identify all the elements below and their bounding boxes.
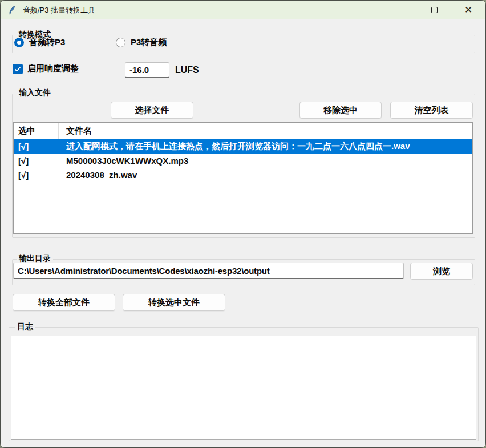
close-icon: ✕ bbox=[464, 4, 472, 16]
output-path-input[interactable] bbox=[13, 263, 404, 279]
convert-selected-button[interactable]: 转换选中文件 bbox=[123, 294, 225, 311]
feather-app-icon bbox=[8, 6, 17, 15]
minimize-icon bbox=[398, 10, 405, 10]
radio-audio-to-p3-label: 音频转P3 bbox=[29, 37, 65, 48]
row-checked-mark: [√] bbox=[14, 170, 59, 180]
clear-list-button[interactable]: 清空列表 bbox=[390, 102, 473, 119]
radio-selected-icon bbox=[14, 38, 24, 47]
column-header-filename[interactable]: 文件名 bbox=[59, 126, 472, 136]
window-title: 音频/P3 批量转换工具 bbox=[23, 5, 95, 15]
loudness-checkbox-row[interactable]: 启用响度调整 bbox=[13, 63, 79, 74]
file-list-table[interactable]: 选中 文件名 [√] 进入配网模式，请在手机上连接热点，然后打开浏览器访问：一九… bbox=[13, 122, 473, 234]
input-files-group-label: 输入文件 bbox=[17, 87, 53, 98]
minimize-button[interactable] bbox=[388, 1, 415, 19]
column-header-checked[interactable]: 选中 bbox=[14, 123, 59, 139]
row-filename: 进入配网模式，请在手机上连接热点，然后打开浏览器访问：一九二点一六八点四点一.w… bbox=[59, 141, 472, 152]
mode-groupbox bbox=[12, 35, 475, 53]
lufs-value-input[interactable] bbox=[125, 62, 169, 78]
browse-button[interactable]: 浏览 bbox=[410, 263, 473, 280]
table-row[interactable]: [√] 20240308_zh.wav bbox=[14, 168, 472, 182]
file-table-header[interactable]: 选中 文件名 bbox=[14, 123, 472, 139]
convert-all-button[interactable]: 转换全部文件 bbox=[13, 294, 115, 311]
log-group-label: 日志 bbox=[15, 321, 35, 332]
loudness-checkbox-label: 启用响度调整 bbox=[27, 63, 79, 74]
row-checked-mark: [√] bbox=[14, 156, 59, 166]
maximize-button[interactable] bbox=[421, 1, 447, 19]
radio-p3-to-audio[interactable]: P3转音频 bbox=[116, 37, 167, 48]
row-checked-mark: [√] bbox=[14, 142, 59, 151]
lufs-unit-label: LUFS bbox=[175, 65, 199, 75]
row-filename: 20240308_zh.wav bbox=[59, 170, 472, 180]
radio-audio-to-p3[interactable]: 音频转P3 bbox=[14, 37, 65, 48]
remove-selected-button[interactable]: 移除选中 bbox=[299, 102, 382, 119]
checkbox-checked-icon[interactable] bbox=[13, 64, 23, 74]
radio-unselected-icon bbox=[116, 38, 125, 47]
row-filename: M500003J0cWK1WWxQX.mp3 bbox=[59, 156, 472, 166]
log-textarea[interactable] bbox=[11, 336, 476, 440]
title-bar[interactable]: 音频/P3 批量转换工具 ✕ bbox=[1, 1, 485, 19]
radio-p3-to-audio-label: P3转音频 bbox=[131, 37, 167, 48]
maximize-icon bbox=[431, 7, 438, 13]
app-window: 音频/P3 批量转换工具 ✕ 转换模式 音频转P3 P3转音频 启用响度调整 L… bbox=[0, 0, 486, 448]
output-dir-group-label: 输出目录 bbox=[17, 253, 53, 263]
select-files-button[interactable]: 选择文件 bbox=[111, 102, 193, 119]
table-row[interactable]: [√] 进入配网模式，请在手机上连接热点，然后打开浏览器访问：一九二点一六八点四… bbox=[14, 139, 472, 154]
table-row[interactable]: [√] M500003J0cWK1WWxQX.mp3 bbox=[14, 154, 472, 168]
close-button[interactable]: ✕ bbox=[455, 1, 481, 19]
